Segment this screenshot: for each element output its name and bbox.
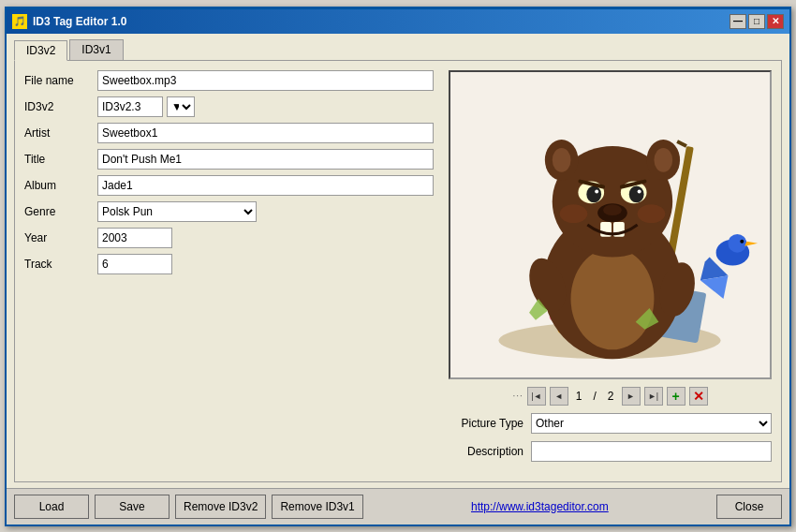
description-label: Description <box>449 445 523 458</box>
load-button[interactable]: Load <box>14 495 89 519</box>
id3v2-version-input[interactable] <box>97 96 163 117</box>
close-button[interactable]: Close <box>716 495 782 519</box>
right-panel: ··· |◄ ◄ 1 / 2 ► ►| + ✕ Picture Type <box>449 70 772 472</box>
filename-label: File name <box>24 74 90 87</box>
svg-point-41 <box>740 239 744 243</box>
main-area: File name ID3v2 ▼ <box>24 70 772 472</box>
title-label: Title <box>24 153 90 166</box>
track-label: Track <box>24 258 90 271</box>
app-icon: 🎵 <box>12 14 27 29</box>
svg-point-34 <box>560 204 588 223</box>
save-button[interactable]: Save <box>95 495 170 519</box>
year-row: Year <box>24 228 434 248</box>
year-label: Year <box>24 231 90 244</box>
album-art <box>449 70 772 379</box>
id3v2-version-row: ▼ <box>97 96 195 117</box>
svg-point-26 <box>586 185 601 202</box>
id3v2-row: ID3v2 ▼ <box>24 96 434 117</box>
picture-type-row: Picture Type Other Cover (front) Cover (… <box>449 413 772 434</box>
svg-point-23 <box>654 148 672 172</box>
nav-first-button[interactable]: |◄ <box>527 387 546 406</box>
id3v2-label: ID3v2 <box>24 100 90 113</box>
genre-select[interactable]: Polsk Pun Pop Rock Jazz Classical Other <box>97 201 257 222</box>
track-input[interactable] <box>97 254 172 274</box>
title-buttons: — □ ✕ <box>730 14 784 29</box>
album-label: Album <box>24 179 90 192</box>
main-window: 🎵 ID3 Tag Editor 1.0 — □ ✕ ID3v2 ID3v1 F… <box>5 7 791 526</box>
nav-controls: ··· |◄ ◄ 1 / 2 ► ►| + ✕ <box>449 387 772 406</box>
tab-id3v2[interactable]: ID3v2 <box>14 40 67 61</box>
nav-prev-button[interactable]: ◄ <box>550 387 568 406</box>
nav-total-pages: 2 <box>604 390 618 403</box>
nav-current-page: 1 <box>572 390 586 403</box>
genre-row: Genre Polsk Pun Pop Rock Jazz Classical … <box>24 201 434 222</box>
description-input[interactable] <box>531 441 772 462</box>
artist-label: Artist <box>24 126 90 140</box>
svg-point-31 <box>603 204 622 215</box>
nav-next-button[interactable]: ► <box>622 387 641 406</box>
title-row: Title <box>24 149 434 170</box>
album-row: Album <box>24 175 434 196</box>
tabs-bar: ID3v2 ID3v1 <box>14 39 782 60</box>
title-input[interactable] <box>97 149 434 170</box>
filename-input[interactable] <box>97 70 434 91</box>
description-row: Description <box>449 441 772 462</box>
id3v2-version-select[interactable]: ▼ <box>167 96 195 117</box>
add-image-button[interactable]: + <box>667 387 685 406</box>
svg-point-39 <box>728 233 746 252</box>
picture-type-select[interactable]: Other Cover (front) Cover (back) File ic… <box>531 413 772 434</box>
titlebar-close-button[interactable]: ✕ <box>767 14 784 29</box>
album-input[interactable] <box>97 175 434 196</box>
tab-id3v1[interactable]: ID3v1 <box>69 39 123 60</box>
svg-point-27 <box>629 185 644 202</box>
window-title: ID3 Tag Editor 1.0 <box>33 15 126 28</box>
minimize-button[interactable]: — <box>730 14 746 29</box>
remove-image-button[interactable]: ✕ <box>689 387 708 406</box>
svg-point-22 <box>553 148 571 172</box>
track-row: Track <box>24 254 434 274</box>
left-panel: File name ID3v2 ▼ <box>24 70 434 472</box>
artist-input[interactable] <box>97 123 434 143</box>
title-bar-left: 🎵 ID3 Tag Editor 1.0 <box>12 14 126 29</box>
filename-row: File name <box>24 70 434 91</box>
nav-last-button[interactable]: ►| <box>644 387 663 406</box>
website-link[interactable]: http://www.id3tageditor.com <box>471 500 609 513</box>
maximize-button[interactable]: □ <box>748 14 765 29</box>
bottom-bar: Load Save Remove ID3v2 Remove ID3v1 http… <box>7 488 789 525</box>
album-art-svg <box>450 72 770 377</box>
artist-row: Artist <box>24 123 434 143</box>
svg-point-28 <box>595 189 598 193</box>
bottom-left-buttons: Load Save Remove ID3v2 Remove ID3v1 <box>14 495 363 519</box>
nav-separator: / <box>590 390 600 403</box>
title-bar: 🎵 ID3 Tag Editor 1.0 — □ ✕ <box>7 9 789 34</box>
remove-id3v1-button[interactable]: Remove ID3v1 <box>272 495 362 519</box>
svg-point-16 <box>571 247 655 349</box>
content-area: ID3v2 ID3v1 File name ID3v2 <box>7 34 789 488</box>
nav-dots: ··· <box>512 391 523 401</box>
tab-content: File name ID3v2 ▼ <box>14 60 782 482</box>
remove-id3v2-button[interactable]: Remove ID3v2 <box>175 495 266 519</box>
svg-point-35 <box>638 204 666 223</box>
svg-point-29 <box>638 189 641 193</box>
picture-type-label: Picture Type <box>449 417 523 430</box>
year-input[interactable] <box>97 228 172 248</box>
genre-label: Genre <box>24 205 90 218</box>
